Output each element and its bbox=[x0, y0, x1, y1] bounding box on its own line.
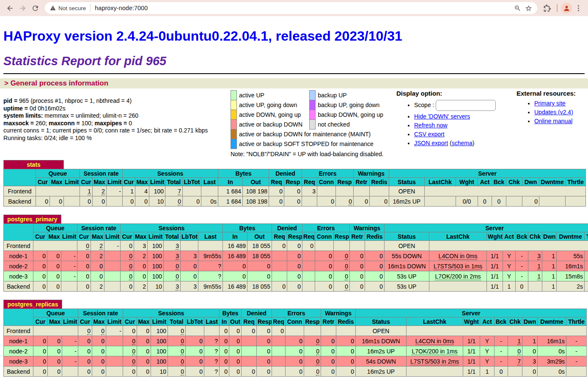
external-link[interactable]: Online manual bbox=[534, 118, 572, 124]
cell-queue-cur: 0 bbox=[33, 346, 48, 356]
column-header: Chk bbox=[506, 178, 522, 186]
cell-denied-resp: 0 bbox=[284, 196, 302, 207]
column-header: Out bbox=[243, 178, 269, 186]
cell-status: 53s UP bbox=[385, 271, 429, 281]
json-export-link[interactable]: JSON export bbox=[414, 140, 448, 146]
cell-sess-last: 9m55s bbox=[198, 251, 223, 261]
cell-rate-limit bbox=[104, 251, 121, 261]
cell-dwn: 0 bbox=[522, 367, 538, 377]
cell-warn-retr: 0 bbox=[350, 261, 365, 271]
external-link[interactable]: Primary site bbox=[534, 100, 566, 107]
forward-icon bbox=[19, 4, 27, 12]
cell-sess-cur: 0 bbox=[123, 196, 135, 207]
cell-rate-max: 0 bbox=[91, 271, 104, 281]
zoom-button[interactable] bbox=[512, 3, 523, 14]
cell-wght: 1/1 bbox=[463, 356, 480, 367]
cell-bytes-in: 1 684 bbox=[218, 196, 243, 207]
column-header: Max bbox=[135, 178, 149, 186]
cell-chk bbox=[506, 196, 522, 207]
column-header: Retr bbox=[354, 178, 370, 186]
forward-button[interactable] bbox=[16, 2, 29, 14]
reload-button[interactable] bbox=[29, 2, 41, 14]
cell-denied-req bbox=[272, 261, 287, 271]
corner-header bbox=[4, 309, 33, 326]
table-title-spacer bbox=[62, 300, 587, 309]
cell-sess-limit: 100 bbox=[151, 356, 168, 367]
column-group-header: Sessions bbox=[123, 309, 220, 317]
not-secure-chip[interactable]: Not secure bbox=[50, 4, 91, 12]
display-option-link[interactable]: Hide 'DOWN' servers bbox=[414, 113, 470, 120]
column-header: Limit bbox=[61, 232, 77, 241]
cell-queue-limit bbox=[61, 281, 77, 292]
cell-lastchk: L7OK/200 in 2ms bbox=[429, 271, 487, 281]
cell-err-conn: 0 bbox=[315, 281, 334, 292]
column-header: Max bbox=[91, 232, 104, 241]
cell-rate-cur: 0 bbox=[77, 271, 91, 281]
external-link[interactable]: Updates (v2.4) bbox=[534, 109, 573, 116]
table-row-node-1: node-100-0202100339m55s16 48918 05500000… bbox=[4, 251, 588, 261]
column-header: Limit bbox=[148, 232, 164, 241]
cell-err-conn bbox=[286, 326, 304, 336]
cell-err-conn: 0 bbox=[286, 346, 304, 356]
column-header: Resp bbox=[334, 232, 350, 241]
cell-denied-resp: 0 bbox=[287, 271, 302, 281]
cell-err-conn: 0 bbox=[315, 251, 334, 261]
legend-swatch bbox=[231, 91, 237, 100]
cell-sess-max: 2 bbox=[134, 281, 148, 292]
column-group-header: Denied bbox=[242, 309, 272, 317]
cell-bytes-out: 0 bbox=[229, 356, 242, 367]
cell-err-req bbox=[272, 367, 286, 377]
cell-wght: 1/1 bbox=[487, 281, 503, 292]
legend-swatch bbox=[310, 91, 316, 100]
cell-bytes-out: 0 bbox=[229, 346, 242, 356]
url-text[interactable]: haproxy-node:7000 bbox=[95, 5, 512, 11]
profile-avatar-button[interactable] bbox=[561, 3, 572, 14]
section-header: > General process information bbox=[0, 78, 588, 88]
cell-bytes-out: 18 055 bbox=[247, 251, 272, 261]
column-header: Retr bbox=[321, 317, 336, 326]
column-header: Req bbox=[302, 232, 315, 241]
cell-rate-max: 0 bbox=[92, 367, 106, 377]
display-option-link[interactable]: Refresh now bbox=[414, 122, 448, 129]
scope-input[interactable] bbox=[436, 100, 496, 111]
cell-lastchk bbox=[429, 281, 487, 292]
cell-rate-max: 0 bbox=[91, 261, 104, 271]
legend-swatch bbox=[310, 110, 316, 120]
cell-sess-cur: 0 bbox=[121, 271, 134, 281]
row-name: Frontend bbox=[4, 241, 33, 251]
cell-denied-resp: 0 bbox=[284, 186, 302, 196]
display-option-link[interactable]: CSV export bbox=[414, 131, 445, 138]
cell-queue-limit bbox=[62, 367, 78, 377]
address-bar[interactable]: Not secure haproxy-node:7000 bbox=[45, 2, 537, 14]
cell-sess-limit: 100 bbox=[148, 271, 164, 281]
column-header: Out bbox=[247, 232, 272, 241]
schema-link[interactable]: schema bbox=[452, 140, 473, 146]
cell-sess-total: 0 bbox=[164, 261, 181, 271]
table-row-node-3: node-300-000010000?000000054s DOWNL7STS/… bbox=[4, 356, 587, 367]
bookmark-button[interactable] bbox=[523, 3, 534, 14]
page-title-link[interactable]: HAProxy version 2.4.24-0ubuntu0.22.04.1,… bbox=[3, 28, 402, 44]
cell-warn-redis: 0 bbox=[336, 356, 356, 367]
cell-sess-limit: 100 bbox=[148, 241, 164, 251]
star-icon bbox=[525, 5, 532, 12]
cell-queue-max: 0 bbox=[47, 261, 61, 271]
cell-queue-limit: - bbox=[62, 356, 78, 367]
cell-sess-total: 3 bbox=[164, 281, 181, 292]
cell-err-resp: 0 bbox=[334, 281, 350, 292]
cell-err-req: 3 bbox=[302, 186, 317, 196]
cell-queue-cur: 0 bbox=[33, 367, 48, 377]
cell-warn-redis bbox=[365, 241, 385, 251]
kebab-menu-icon bbox=[574, 4, 583, 12]
cell-chk bbox=[508, 367, 522, 377]
legend-label: backup UP bbox=[316, 91, 390, 100]
column-header: Dwn bbox=[522, 178, 539, 186]
extensions-button[interactable] bbox=[541, 2, 553, 14]
cell-sess-limit: 10 bbox=[151, 367, 168, 377]
column-header: Last bbox=[198, 232, 223, 241]
back-button[interactable] bbox=[3, 2, 16, 14]
cell-sess-cur: 0 bbox=[121, 261, 134, 271]
column-group-header: Errors bbox=[302, 224, 350, 232]
cell-sess-total: 0 bbox=[168, 356, 186, 367]
profile-separator bbox=[557, 4, 558, 12]
menu-button[interactable] bbox=[572, 2, 585, 14]
